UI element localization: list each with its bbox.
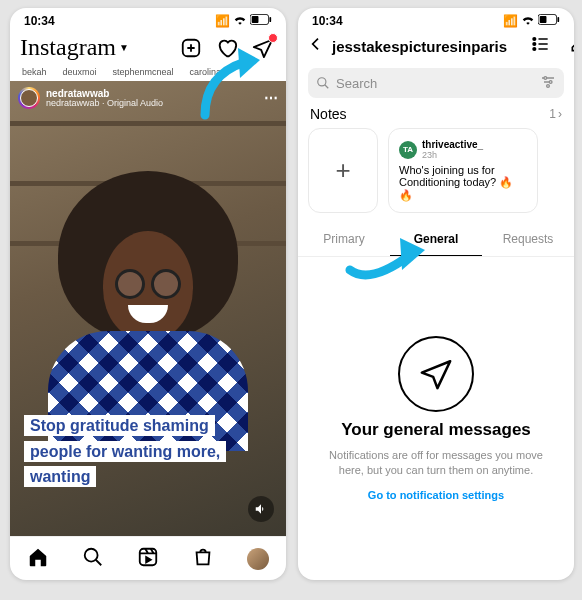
dm-header: jesstakespicturesinparis (298, 30, 574, 64)
note-author: thriveactive_ (422, 139, 483, 150)
wifi-icon (233, 14, 247, 28)
filter-icon[interactable] (540, 74, 556, 93)
svg-rect-7 (540, 16, 547, 23)
more-options-icon[interactable]: ⋯ (264, 90, 278, 106)
svg-rect-1 (252, 16, 259, 23)
stories-tray[interactable]: bekah deuxmoi stephenmcneal carolinag (10, 67, 286, 81)
svg-rect-5 (140, 548, 157, 565)
status-time: 10:34 (312, 14, 343, 28)
wifi-icon (521, 14, 535, 28)
reel-post[interactable]: nedratawwab nedratawwab · Original Audio… (10, 81, 286, 536)
tab-requests[interactable]: Requests (482, 223, 574, 256)
story-item[interactable]: bekah (22, 67, 47, 77)
dm-badge (268, 33, 278, 43)
empty-state: Your general messages Notifications are … (298, 257, 574, 580)
svg-point-11 (533, 48, 536, 51)
svg-point-9 (533, 38, 536, 41)
signal-icon: 📶 (503, 14, 518, 28)
post-username[interactable]: nedratawwab (46, 88, 163, 99)
status-right: 📶 (215, 14, 272, 28)
new-post-icon[interactable] (178, 35, 204, 61)
status-bar: 10:34 📶 (298, 8, 574, 30)
reel-caption: Stop gratitude shaming people for wantin… (24, 413, 246, 490)
svg-point-14 (549, 80, 552, 83)
svg-point-15 (547, 84, 550, 87)
search-input[interactable]: Search (308, 68, 564, 98)
back-icon[interactable] (308, 36, 324, 56)
feed-header: Instagram ▼ (10, 30, 286, 67)
search-icon (316, 76, 330, 90)
status-bar: 10:34 📶 (10, 8, 286, 30)
plus-icon: + (335, 155, 350, 186)
add-note-button[interactable]: + (308, 128, 378, 213)
search-placeholder: Search (336, 76, 377, 91)
svg-point-12 (318, 78, 326, 86)
svg-point-10 (533, 43, 536, 46)
battery-icon (538, 14, 560, 28)
svg-rect-8 (557, 17, 559, 22)
empty-title: Your general messages (341, 420, 531, 440)
reels-icon[interactable] (137, 546, 159, 572)
activity-heart-icon[interactable] (214, 35, 240, 61)
dm-username[interactable]: jesstakespicturesinparis (332, 38, 507, 55)
note-card[interactable]: TA thriveactive_ 23h Who's joining us fo… (388, 128, 538, 213)
audio-toggle-icon[interactable] (248, 496, 274, 522)
send-circle-icon (398, 336, 474, 412)
status-right: 📶 (503, 14, 560, 28)
shop-icon[interactable] (192, 546, 214, 572)
feed-screen: 10:34 📶 Instagram ▼ bekah deuxmoi stephe (10, 8, 286, 580)
home-icon[interactable] (27, 546, 49, 572)
battery-icon (250, 14, 272, 28)
compose-icon[interactable] (569, 34, 574, 58)
note-time: 23h (422, 150, 483, 160)
note-text: Who's joining us for Conditioning today?… (399, 164, 527, 202)
chevron-right-icon: › (558, 107, 562, 121)
story-item[interactable]: carolinag (190, 67, 227, 77)
notes-count: 1 (549, 107, 556, 121)
empty-subtitle: Notifications are off for messages you m… (318, 448, 554, 478)
story-item[interactable]: stephenmcneal (113, 67, 174, 77)
status-time: 10:34 (24, 14, 55, 28)
search-icon[interactable] (82, 546, 104, 572)
story-item[interactable]: deuxmoi (63, 67, 97, 77)
post-audio[interactable]: nedratawwab · Original Audio (46, 99, 163, 109)
author-avatar[interactable] (18, 87, 40, 109)
chevron-down-icon[interactable]: ▼ (119, 42, 129, 53)
list-icon[interactable] (531, 34, 551, 58)
instagram-logo[interactable]: Instagram (20, 34, 116, 61)
notes-header[interactable]: Notes 1› (298, 106, 574, 128)
post-header[interactable]: nedratawwab nedratawwab · Original Audio… (18, 87, 278, 109)
svg-point-13 (544, 76, 547, 79)
signal-icon: 📶 (215, 14, 230, 28)
dm-tabs: Primary General Requests (298, 223, 574, 257)
bottom-nav (10, 536, 286, 580)
notes-tray: + TA thriveactive_ 23h Who's joining us … (298, 128, 574, 223)
notes-label: Notes (310, 106, 347, 122)
tab-general[interactable]: General (390, 223, 482, 256)
svg-rect-2 (269, 17, 271, 22)
dm-screen: 10:34 📶 jesstakespicturesinparis Search … (298, 8, 574, 580)
profile-avatar[interactable] (247, 548, 269, 570)
notification-settings-link[interactable]: Go to notification settings (368, 489, 504, 501)
svg-point-4 (85, 548, 98, 561)
note-avatar: TA (399, 141, 417, 159)
messenger-icon[interactable] (250, 35, 276, 61)
video-illustration (58, 171, 238, 341)
tab-primary[interactable]: Primary (298, 223, 390, 256)
